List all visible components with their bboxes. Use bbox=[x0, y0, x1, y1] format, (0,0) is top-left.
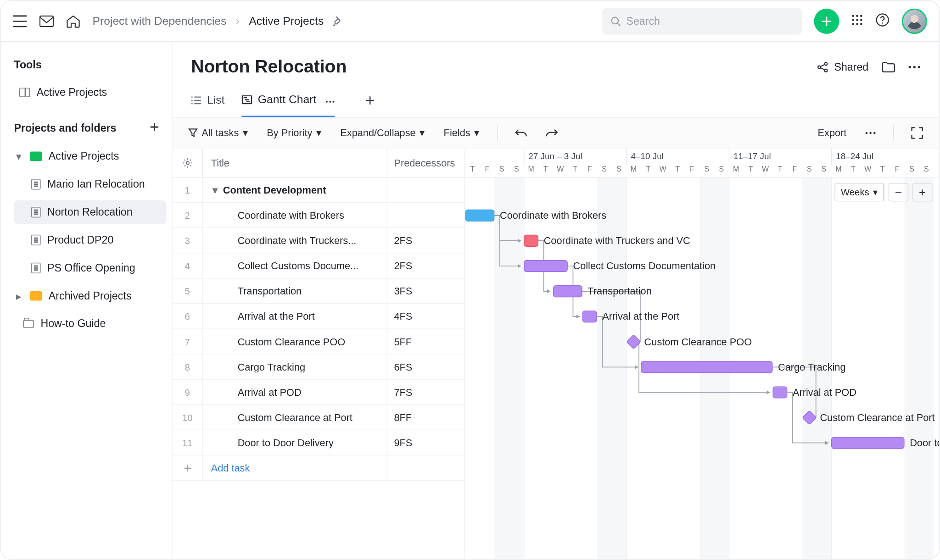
label: Active Projects bbox=[49, 150, 119, 162]
redo-button[interactable] bbox=[542, 125, 562, 140]
gantt-bar[interactable] bbox=[524, 260, 568, 272]
label: Archived Projects bbox=[49, 290, 132, 302]
gantt-milestone[interactable] bbox=[802, 410, 817, 425]
tab-gantt[interactable]: Gantt Chart bbox=[242, 87, 335, 117]
table-row[interactable]: 10Custom Clearance at Port8FF bbox=[173, 405, 465, 430]
pin-icon[interactable] bbox=[333, 16, 344, 26]
row-title: Arrival at POD bbox=[203, 380, 387, 405]
sidebar-item-ps[interactable]: PS Office Opening bbox=[14, 256, 166, 280]
more-icon[interactable] bbox=[908, 66, 920, 68]
week-header: 18–24 Jul bbox=[831, 148, 934, 165]
fullscreen-icon[interactable] bbox=[907, 124, 927, 141]
table-row[interactable]: 1▾Content Development bbox=[173, 177, 465, 203]
sort-select[interactable]: By Priority ▾ bbox=[263, 124, 326, 141]
folder-icon bbox=[23, 320, 34, 327]
table-row[interactable]: 7Custom Clearance POO5FF bbox=[173, 329, 465, 355]
row-num: 4 bbox=[173, 253, 203, 278]
svg-point-6 bbox=[856, 18, 858, 21]
col-predecessors[interactable]: Predecessors bbox=[387, 148, 464, 177]
table-row[interactable]: 4Collect Customs Docume...2FS bbox=[173, 253, 465, 278]
gantt-bar[interactable] bbox=[831, 437, 905, 449]
svg-point-3 bbox=[856, 15, 858, 17]
label: Weeks bbox=[841, 187, 869, 197]
gantt-bar[interactable] bbox=[524, 235, 538, 247]
svg-point-26 bbox=[866, 132, 868, 134]
gantt-bar[interactable] bbox=[553, 285, 582, 297]
tab-list[interactable]: List bbox=[191, 87, 224, 116]
table-row[interactable]: 11Door to Door Delivery9FS bbox=[173, 430, 465, 455]
tab-more-icon[interactable] bbox=[326, 93, 335, 106]
sidebar-tool-active-projects[interactable]: Active Projects bbox=[14, 80, 166, 104]
col-title[interactable]: Title bbox=[203, 148, 387, 177]
sidebar-folder-archived[interactable]: ▸ Archived Projects bbox=[14, 284, 166, 308]
undo-button[interactable] bbox=[511, 125, 531, 140]
share-icon bbox=[817, 61, 829, 73]
day-header: S bbox=[802, 165, 817, 177]
breadcrumb-current[interactable]: Active Projects bbox=[249, 14, 324, 28]
day-header: S bbox=[597, 165, 612, 177]
sidebar-item-mario[interactable]: Mario Ian Relocation bbox=[14, 172, 166, 196]
menu-icon[interactable] bbox=[13, 15, 28, 27]
apps-icon[interactable] bbox=[851, 14, 863, 28]
zoom-out-button[interactable]: − bbox=[889, 183, 909, 202]
task-table: Title Predecessors 1▾Content Development… bbox=[173, 148, 465, 559]
gantt-bar[interactable] bbox=[465, 210, 495, 222]
sidebar-item-dp20[interactable]: Product DP20 bbox=[14, 228, 166, 252]
label: Active Projects bbox=[37, 87, 107, 99]
filter-tasks[interactable]: All tasks ▾ bbox=[185, 124, 252, 141]
chevron-down-icon[interactable]: ▾ bbox=[213, 184, 218, 196]
shared-button[interactable]: Shared bbox=[817, 61, 869, 73]
search-input[interactable] bbox=[602, 8, 802, 34]
fields-select[interactable]: Fields ▾ bbox=[440, 124, 484, 141]
table-row[interactable]: 6Arrival at the Port4FS bbox=[173, 304, 465, 329]
avatar[interactable] bbox=[902, 8, 927, 33]
export-button[interactable]: Export bbox=[814, 124, 850, 141]
label: Export bbox=[818, 127, 847, 139]
row-title: Transportation bbox=[203, 279, 387, 304]
row-title: Custom Clearance POO bbox=[203, 329, 387, 354]
sidebar-folder-howto[interactable]: How-to Guide bbox=[14, 312, 166, 336]
day-header: W bbox=[861, 165, 875, 177]
inbox-icon[interactable] bbox=[39, 15, 54, 27]
tools-heading: Tools bbox=[14, 59, 166, 71]
home-icon[interactable] bbox=[66, 14, 81, 28]
day-header: S bbox=[612, 165, 627, 177]
table-row[interactable]: 8Cargo Tracking6FS bbox=[173, 355, 465, 380]
row-pred: 8FF bbox=[387, 405, 464, 430]
doc-icon bbox=[31, 179, 40, 189]
chevron-down-icon: ▾ bbox=[14, 150, 23, 163]
table-settings-icon[interactable] bbox=[173, 148, 203, 177]
table-row[interactable]: 3Coordinate with Truckers...2FS bbox=[173, 228, 465, 253]
day-header: T bbox=[465, 165, 480, 177]
gantt-milestone[interactable] bbox=[626, 334, 641, 349]
gantt-row: Custom Clearance POO bbox=[465, 329, 939, 355]
breadcrumb-parent[interactable]: Project with Dependencies bbox=[93, 14, 227, 28]
help-icon[interactable] bbox=[875, 12, 890, 30]
add-task-row[interactable]: Add task bbox=[173, 455, 465, 481]
search-field[interactable] bbox=[626, 15, 794, 27]
gantt-bar[interactable] bbox=[772, 386, 787, 398]
gantt-row: Cargo Tracking bbox=[465, 355, 939, 380]
sidebar-item-norton[interactable]: Norton Relocation bbox=[14, 200, 166, 224]
add-folder-icon[interactable] bbox=[149, 122, 160, 135]
row-title: Collect Customs Docume... bbox=[203, 253, 387, 278]
svg-point-19 bbox=[191, 96, 193, 98]
gantt-bar[interactable] bbox=[641, 361, 772, 373]
toolbar-more-icon[interactable] bbox=[861, 129, 880, 137]
zoom-in-button[interactable]: + bbox=[912, 183, 933, 202]
table-row[interactable]: 9Arrival at POD7FS bbox=[173, 380, 465, 405]
folder-action-icon[interactable] bbox=[882, 61, 895, 72]
row-num: 1 bbox=[173, 177, 203, 202]
table-row[interactable]: 5Transportation3FS bbox=[173, 279, 465, 304]
doc-icon bbox=[31, 207, 40, 217]
add-button[interactable] bbox=[814, 8, 839, 33]
add-tab-button[interactable] bbox=[366, 89, 375, 114]
row-num: 10 bbox=[173, 405, 203, 430]
zoom-select[interactable]: Weeks ▾ bbox=[835, 183, 884, 201]
expand-collapse[interactable]: Expand/Collapse ▾ bbox=[336, 124, 429, 141]
gantt-bar[interactable] bbox=[582, 310, 597, 322]
table-row[interactable]: 2Coordinate with Brokers bbox=[173, 203, 465, 228]
chevron-right-icon: ▸ bbox=[14, 289, 23, 302]
sidebar-folder-active[interactable]: ▾ Active Projects bbox=[14, 144, 166, 168]
label: PS Office Opening bbox=[47, 262, 135, 274]
